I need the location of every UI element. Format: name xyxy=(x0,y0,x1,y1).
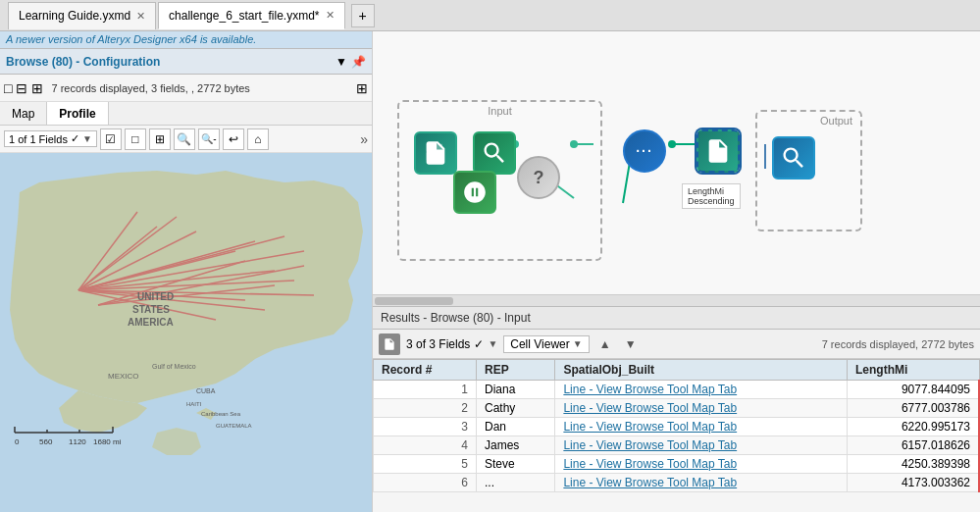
cell-viewer-dropdown[interactable]: Cell Viewer ▼ xyxy=(503,335,589,353)
results-header: Results - Browse (80) - Input xyxy=(373,306,980,330)
results-table-wrapper: Record # REP SpatialObj_Built LengthMi 1… xyxy=(373,359,980,512)
svg-text:GUATEMALA: GUATEMALA xyxy=(216,423,252,429)
table-row: 2CathyLine - View Browse Tool Map Tab677… xyxy=(374,399,980,418)
cell-record-num: 3 xyxy=(374,418,477,436)
results-table: Record # REP SpatialObj_Built LengthMi 1… xyxy=(373,359,980,492)
cell-length: 6220.995173 xyxy=(847,418,979,436)
svg-text:STATES: STATES xyxy=(132,304,170,315)
svg-text:HAITI: HAITI xyxy=(186,401,202,407)
records-info: 7 records displayed, 3 fields, , 2772 by… xyxy=(51,82,249,94)
output-label: Output xyxy=(820,115,852,127)
workflow-canvas[interactable]: Input xyxy=(373,31,980,306)
table-row: 1DianaLine - View Browse Tool Map Tab907… xyxy=(374,381,980,399)
browse-toolbar: □ ⊟ ⊞ 7 records displayed, 3 fields, , 2… xyxy=(0,75,372,102)
cell-spatial[interactable]: Line - View Browse Tool Map Tab xyxy=(555,381,848,399)
find-icon xyxy=(481,139,508,167)
cell-length: 6777.003786 xyxy=(847,399,979,418)
map-tool-grid[interactable]: ⊞ xyxy=(149,128,171,150)
browse-toolbar-icon: □ xyxy=(4,80,12,96)
add-tab-button[interactable]: + xyxy=(351,4,375,27)
table-row: 4JamesLine - View Browse Tool Map Tab615… xyxy=(374,436,980,455)
map-tool-zoom-in[interactable]: 🔍 xyxy=(174,128,195,150)
tab-challenge-close[interactable]: ✕ xyxy=(326,9,335,22)
table-row: 6...Line - View Browse Tool Map Tab4173.… xyxy=(374,474,980,492)
col-header-rep[interactable]: REP xyxy=(476,360,554,381)
col-header-spatial[interactable]: SpatialObj_Built xyxy=(555,360,848,381)
cell-record-num: 5 xyxy=(374,455,477,474)
sort-down-btn[interactable]: ▼ xyxy=(621,334,641,354)
svg-point-44 xyxy=(668,140,676,148)
config-header: Browse (80) - Configuration ▼ 📌 xyxy=(0,49,372,75)
tab-profile[interactable]: Profile xyxy=(47,102,108,125)
fields-dropdown-check: ✓ xyxy=(71,132,79,145)
fields-dropdown[interactable]: 1 of 1 Fields ✓ ▼ xyxy=(4,130,97,147)
sort-label: LengthMiDescending xyxy=(682,183,741,209)
summarize-node[interactable] xyxy=(453,171,496,214)
tab-learning-guide[interactable]: Learning Guide.yxmd ✕ xyxy=(8,2,156,29)
map-tool-refresh[interactable]: ↩ xyxy=(223,128,244,150)
cell-viewer-arrow: ▼ xyxy=(573,338,583,349)
map-tool-select[interactable]: ☑ xyxy=(100,128,122,150)
workflow-scrollbar[interactable] xyxy=(373,294,980,306)
header-pin-icon[interactable]: 📌 xyxy=(351,55,366,69)
input-group-box: Input xyxy=(397,100,602,261)
tab-learning-guide-close[interactable]: ✕ xyxy=(136,10,145,23)
cell-record-num: 2 xyxy=(374,399,477,418)
cell-spatial[interactable]: Line - View Browse Tool Map Tab xyxy=(555,436,848,455)
update-notice: A newer version of Alteryx Designer x64 … xyxy=(0,31,372,49)
tab-learning-guide-label: Learning Guide.yxmd xyxy=(19,9,130,23)
map-profile-tabs: Map Profile xyxy=(0,102,372,126)
find-output-node[interactable] xyxy=(772,136,815,179)
cell-length: 4250.389398 xyxy=(847,455,979,474)
right-panel: Input xyxy=(373,31,980,512)
fields-dropdown-arrow: ▼ xyxy=(82,133,92,144)
cell-rep: ... xyxy=(476,474,554,492)
expand-btn[interactable]: ⊞ xyxy=(356,80,368,96)
browse-output-node[interactable] xyxy=(696,129,740,173)
cell-spatial[interactable]: Line - View Browse Tool Map Tab xyxy=(555,399,848,418)
browse-input-icon xyxy=(422,139,449,167)
cell-spatial[interactable]: Line - View Browse Tool Map Tab xyxy=(555,474,848,492)
fields-count-badge[interactable]: 3 of 3 Fields ✓ ▼ xyxy=(406,337,497,351)
cell-spatial[interactable]: Line - View Browse Tool Map Tab xyxy=(555,418,848,436)
header-dropdown-icon[interactable]: ▼ xyxy=(335,55,347,69)
results-header-label: Results - Browse (80) - Input xyxy=(381,311,531,325)
fields-check-icon: ✓ xyxy=(474,337,484,351)
cell-length: 6157.018626 xyxy=(847,436,979,455)
browse-input-node[interactable] xyxy=(414,131,457,175)
browse-toolbar-icon2: ⊟ xyxy=(16,80,27,96)
cell-rep: Diana xyxy=(476,381,554,399)
question-node[interactable]: ? xyxy=(517,156,560,199)
dots-node[interactable]: ··· xyxy=(623,129,666,173)
cell-rep: Steve xyxy=(476,455,554,474)
tab-map[interactable]: Map xyxy=(0,102,47,125)
map-toolbar: 1 of 1 Fields ✓ ▼ ☑ □ ⊞ 🔍 🔍- ↩ ⌂ » xyxy=(0,126,372,153)
cell-rep: Cathy xyxy=(476,399,554,418)
config-title: Browse (80) - Configuration xyxy=(6,55,160,69)
col-header-length[interactable]: LengthMi xyxy=(847,360,979,381)
table-row: 5SteveLine - View Browse Tool Map Tab425… xyxy=(374,455,980,474)
svg-text:AMERICA: AMERICA xyxy=(128,317,174,328)
tab-challenge[interactable]: challenge_6_start_file.yxmd* ✕ xyxy=(158,2,344,29)
svg-text:Gulf of Mexico: Gulf of Mexico xyxy=(152,363,196,370)
find-node[interactable] xyxy=(473,131,516,175)
map-view: UNITED STATES AMERICA MEXICO Gulf of Mex… xyxy=(0,153,372,512)
sort-up-btn[interactable]: ▲ xyxy=(595,334,615,354)
scrollbar-thumb xyxy=(375,297,453,305)
add-tab-icon: + xyxy=(358,8,366,24)
map-svg: UNITED STATES AMERICA MEXICO Gulf of Mex… xyxy=(0,153,372,457)
results-tool-icon xyxy=(379,333,400,355)
cell-rep: James xyxy=(476,436,554,455)
map-more-btn[interactable]: » xyxy=(360,131,368,147)
browse-output-icon xyxy=(704,137,732,165)
cell-length: 9077.844095 xyxy=(847,381,979,399)
table-header-row: Record # REP SpatialObj_Built LengthMi xyxy=(374,360,980,381)
cell-length: 4173.003362 xyxy=(847,474,979,492)
map-tool-home[interactable]: ⌂ xyxy=(247,128,269,150)
map-tool-zoom-out[interactable]: 🔍- xyxy=(198,128,220,150)
fields-count-label: 3 of 3 Fields xyxy=(406,337,470,351)
map-tool-rect[interactable]: □ xyxy=(125,128,146,150)
cell-rep: Dan xyxy=(476,418,554,436)
col-header-record[interactable]: Record # xyxy=(374,360,477,381)
cell-spatial[interactable]: Line - View Browse Tool Map Tab xyxy=(555,455,848,474)
